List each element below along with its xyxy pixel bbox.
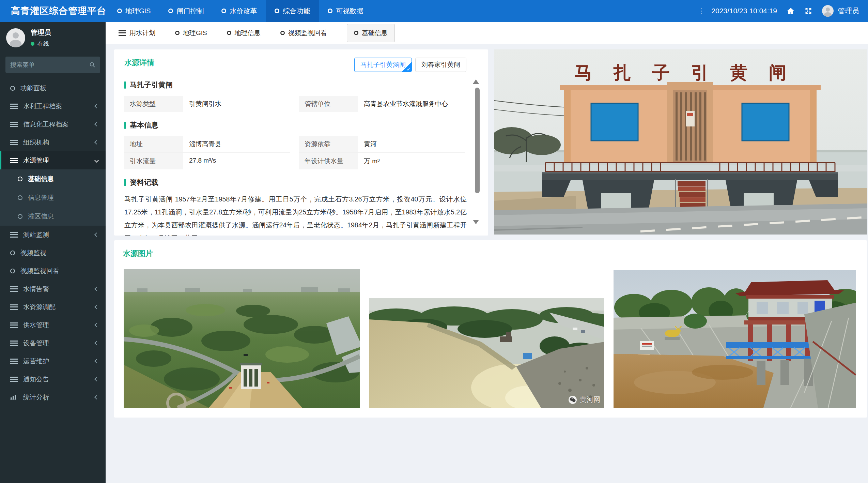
tab-geo-info[interactable]: 地理信息 (227, 29, 261, 37)
divider-dots-icon (701, 8, 702, 14)
sidebar-item-statistics[interactable]: 统计分析 (0, 388, 106, 406)
chevron-left-icon (94, 377, 99, 381)
avatar (6, 28, 25, 47)
list-icon (10, 232, 18, 238)
chevron-left-icon (94, 287, 99, 291)
list-icon (10, 322, 18, 328)
bar-chart-icon (10, 394, 18, 400)
gate-fields: 水源类型引黄闸引水 管辖单位高青县农业节水灌溉服务中心 (124, 96, 465, 112)
topnav-item-comprehensive[interactable]: 综合功能 (266, 0, 319, 22)
sidebar-search (5, 57, 100, 73)
field-row: 管辖单位高青县农业节水灌溉服务中心 (299, 96, 465, 112)
topnav-item-gate-control[interactable]: 闸门控制 (159, 0, 213, 22)
sidebar-user-panel: 管理员 在线 (0, 22, 106, 52)
user-menu[interactable]: 管理员 (822, 5, 859, 17)
sidebar-subitem-irrigation-info[interactable]: 灌区信息 (0, 207, 106, 226)
tabbar: 用水计划 地理GIS 地理信息 视频监视回看 基础信息 (106, 22, 868, 44)
basic-fields: 地址淄博高青县 资源依靠黄河 引水流量27.8 m³/s 年设计供水量万 m³ (124, 136, 465, 169)
sidebar-item-water-project-archive[interactable]: 水利工程档案 (0, 97, 106, 115)
sidebar-item-operation-maintenance[interactable]: 运营维护 (0, 352, 106, 370)
list-icon (10, 158, 18, 163)
topnav-label: 水价改革 (230, 6, 257, 16)
tab-gis[interactable]: 地理GIS (175, 29, 207, 37)
datetime-display: 2023/10/23 10:04:19 (711, 7, 777, 15)
sidebar-item-info-project-archive[interactable]: 信息化工程档案 (0, 115, 106, 133)
topnav-label: 综合功能 (283, 6, 310, 16)
tab-basic-info[interactable]: 基础信息 (347, 24, 395, 42)
section-title-basic: 基本信息 (124, 120, 478, 130)
search-input[interactable] (10, 61, 89, 69)
sidebar-item-device-mgmt[interactable]: 设备管理 (0, 334, 106, 352)
source-button-liuchunjia[interactable]: 刘春家引黄闸 (415, 58, 466, 72)
home-icon[interactable] (787, 7, 795, 15)
circle-icon (18, 195, 22, 200)
sidebar-item-water-supply[interactable]: 供水管理 (0, 316, 106, 334)
online-label: 在线 (37, 40, 49, 48)
username-label: 管理员 (838, 6, 859, 16)
section-title-record: 资料记载 (124, 178, 478, 187)
circle-icon (275, 9, 279, 13)
section-title-gate: 马扎子引黄闸 (124, 80, 478, 90)
sidebar-subitem-basic-info[interactable]: 基础信息 (0, 169, 106, 188)
top-navigation: 地理GIS 闸门控制 水价改革 综合功能 可视数据 (108, 0, 372, 22)
app-title: 高青灌区综合管理平台 (0, 5, 108, 17)
circle-icon (280, 31, 285, 35)
topnav-item-water-price[interactable]: 水价改革 (213, 0, 266, 22)
list-icon (10, 341, 18, 346)
sidebar-username: 管理员 (31, 28, 51, 37)
circle-icon (18, 214, 22, 219)
field-row: 水源类型引黄闸引水 (124, 96, 290, 112)
topbar: 高青灌区综合管理平台 地理GIS 闸门控制 水价改革 综合功能 可视数据 202… (0, 0, 868, 22)
list-icon (10, 104, 18, 109)
list-icon (10, 359, 18, 364)
sidebar-item-station-monitor[interactable]: 测站监测 (0, 226, 106, 244)
list-icon (10, 286, 18, 292)
sidebar-item-water-source-mgmt[interactable]: 水源管理 (0, 151, 106, 169)
circle-icon (354, 31, 358, 35)
fullscreen-icon[interactable] (804, 7, 812, 15)
circle-icon (328, 9, 332, 13)
avatar (822, 5, 834, 17)
chevron-left-icon (94, 232, 99, 237)
tab-video-playback[interactable]: 视频监视回看 (280, 29, 327, 37)
sidebar-item-water-dispatch[interactable]: 水资源调配 (0, 298, 106, 316)
detail-card-title: 水源详情 (124, 58, 154, 68)
scrollbar-up-arrow[interactable] (473, 79, 479, 84)
topnav-item-gis[interactable]: 地理GIS (108, 0, 159, 22)
chevron-left-icon (94, 395, 99, 399)
sidebar-item-video-playback[interactable]: 视频监视回看 (0, 262, 106, 280)
search-icon[interactable] (89, 61, 95, 68)
photo-sluice-gate-structure[interactable] (614, 270, 856, 408)
sidebar-item-notice[interactable]: 通知公告 (0, 370, 106, 388)
building-roof-calligraphy: 马扎子引黄闸 (494, 61, 867, 85)
sidebar-item-function-panel[interactable]: 功能面板 (0, 79, 106, 97)
source-button-mazhazi[interactable]: 马扎子引黄涵闸✓ (354, 58, 412, 72)
field-row: 年设计供水量万 m³ (299, 153, 465, 169)
topbar-right: 2023/10/23 10:04:19 管理员 (701, 0, 859, 22)
wechat-icon (568, 395, 577, 404)
tab-water-use-plan[interactable]: 用水计划 (119, 29, 155, 37)
sidebar-item-water-alarm[interactable]: 水情告警 (0, 280, 106, 298)
chevron-down-icon (94, 158, 99, 163)
circle-icon (227, 31, 231, 35)
sidebar-item-video-monitor[interactable]: 视频监视 (0, 244, 106, 262)
circle-icon (10, 86, 15, 91)
field-row: 资源依靠黄河 (299, 136, 465, 153)
scrollbar-down-arrow[interactable] (473, 220, 479, 224)
topnav-label: 可视数据 (336, 6, 363, 16)
chevron-left-icon (94, 140, 99, 145)
gallery-title: 水源图片 (123, 248, 153, 259)
sidebar: 管理员 在线 功能面板 水利工程档案 信息化工程档案 组织机构 水源管理 基础信… (0, 22, 106, 483)
topnav-item-visual-data[interactable]: 可视数据 (319, 0, 372, 22)
photo-yellow-river-shore[interactable]: 黄河网 (369, 298, 604, 408)
sluice-photo-illustration (614, 270, 856, 408)
circle-icon (10, 251, 15, 255)
online-status: 在线 (31, 40, 51, 48)
photo-aerial-irrigation-area[interactable] (124, 269, 360, 408)
water-source-gallery-card: 水源图片 (114, 240, 867, 418)
sidebar-subitem-info-mgmt[interactable]: 信息管理 (0, 188, 106, 207)
sidebar-item-organization[interactable]: 组织机构 (0, 133, 106, 151)
scrollbar-thumb[interactable] (475, 88, 480, 193)
list-icon (10, 377, 18, 382)
chevron-left-icon (94, 341, 99, 345)
